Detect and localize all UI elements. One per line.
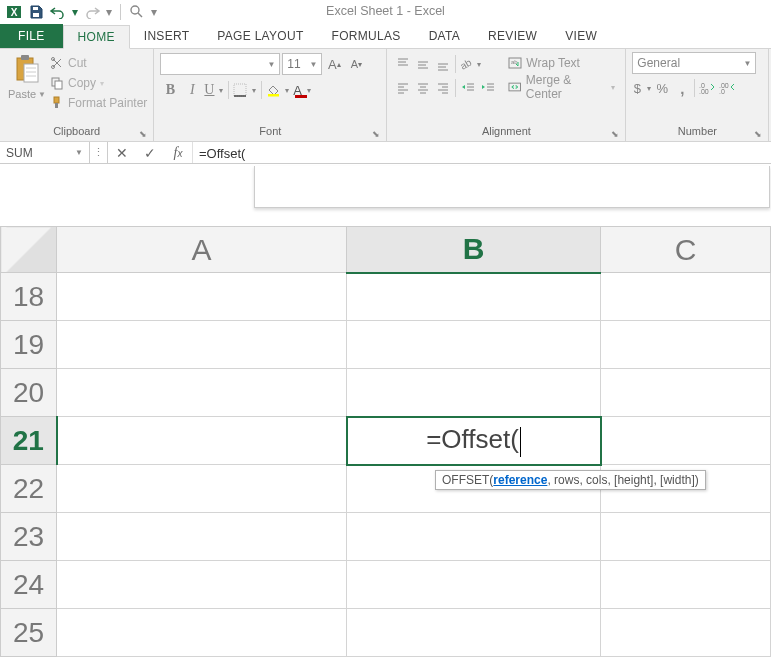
align-top-button[interactable]	[393, 53, 413, 75]
font-launcher-icon[interactable]: ⬊	[372, 129, 380, 139]
cell-B19[interactable]	[347, 321, 601, 369]
merge-center-button[interactable]: Merge & Center ▾	[504, 76, 619, 98]
increase-decimal-button[interactable]: .0.00	[697, 77, 717, 99]
grow-font-button[interactable]: A▴	[324, 53, 344, 75]
cell-B18[interactable]	[347, 273, 601, 321]
insert-function-button[interactable]: fx	[164, 142, 192, 164]
cell-A25[interactable]	[57, 609, 347, 657]
tab-view[interactable]: VIEW	[551, 24, 611, 48]
name-box[interactable]: SUM▼	[0, 142, 90, 163]
undo-caret-icon[interactable]: ▾	[70, 2, 80, 22]
cell-A18[interactable]	[57, 273, 347, 321]
cell-C25[interactable]	[601, 609, 771, 657]
underline-button[interactable]: U▾	[204, 79, 224, 101]
format-painter-button[interactable]: Format Painter	[50, 94, 147, 112]
font-size-combo[interactable]: 11▼	[282, 53, 322, 75]
tab-page-layout[interactable]: PAGE LAYOUT	[203, 24, 317, 48]
cell-A20[interactable]	[57, 369, 347, 417]
fill-color-button[interactable]: ▾	[266, 79, 290, 101]
cell-B24[interactable]	[347, 561, 601, 609]
cell-C20[interactable]	[601, 369, 771, 417]
align-right-button[interactable]	[433, 77, 453, 99]
svg-rect-3	[33, 13, 39, 17]
cell-C23[interactable]	[601, 513, 771, 561]
row-header-23[interactable]: 23	[1, 513, 57, 561]
accounting-format-button[interactable]: $▾	[632, 77, 652, 99]
undo-icon[interactable]	[48, 2, 68, 22]
merge-icon	[508, 80, 521, 94]
tab-insert[interactable]: INSERT	[130, 24, 204, 48]
cell-B21[interactable]: =Offset(	[347, 417, 601, 465]
cell-A24[interactable]	[57, 561, 347, 609]
col-header-A[interactable]: A	[57, 227, 347, 273]
align-left-button[interactable]	[393, 77, 413, 99]
font-color-button[interactable]: A ▾	[292, 79, 312, 101]
print-preview-icon[interactable]	[127, 2, 147, 22]
formula-autocomplete-panel	[254, 166, 770, 208]
paste-button[interactable]: Paste ▼	[6, 52, 48, 100]
wrap-text-button[interactable]: ab Wrap Text	[504, 52, 619, 74]
row-header-24[interactable]: 24	[1, 561, 57, 609]
row-header-19[interactable]: 19	[1, 321, 57, 369]
align-center-button[interactable]	[413, 77, 433, 99]
decrease-decimal-button[interactable]: .00.0	[717, 77, 737, 99]
shrink-font-button[interactable]: A▾	[346, 53, 366, 75]
clipboard-launcher-icon[interactable]: ⬊	[139, 129, 147, 139]
row-header-21[interactable]: 21	[1, 417, 57, 465]
number-format-combo[interactable]: General▼	[632, 52, 756, 74]
function-signature-tooltip[interactable]: OFFSET(reference, rows, cols, [height], …	[435, 470, 706, 490]
redo-icon[interactable]	[82, 2, 102, 22]
percent-button[interactable]: %	[652, 77, 672, 99]
border-button[interactable]: ▾	[233, 79, 257, 101]
align-center-icon	[416, 81, 430, 95]
cell-A22[interactable]	[57, 465, 347, 513]
orientation-button[interactable]: ab▾	[458, 53, 482, 75]
cell-A23[interactable]	[57, 513, 347, 561]
save-icon[interactable]	[26, 2, 46, 22]
copy-button[interactable]: Copy ▾	[50, 74, 147, 92]
formula-input[interactable]: =Offset(	[193, 142, 771, 164]
bold-button[interactable]: B	[160, 79, 180, 101]
redo-caret-icon[interactable]: ▾	[104, 2, 114, 22]
row-header-25[interactable]: 25	[1, 609, 57, 657]
increase-indent-button[interactable]	[478, 77, 498, 99]
tab-data[interactable]: DATA	[415, 24, 474, 48]
cell-C18[interactable]	[601, 273, 771, 321]
enter-formula-button[interactable]: ✓	[136, 142, 164, 164]
cut-button[interactable]: Cut	[50, 54, 147, 72]
col-header-B[interactable]: B	[347, 227, 601, 273]
cell-A21[interactable]	[57, 417, 347, 465]
cell-C24[interactable]	[601, 561, 771, 609]
cell-B20[interactable]	[347, 369, 601, 417]
alignment-launcher-icon[interactable]: ⬊	[611, 129, 619, 139]
row-header-18[interactable]: 18	[1, 273, 57, 321]
tab-file[interactable]: FILE	[0, 24, 63, 48]
align-left-icon	[396, 81, 410, 95]
cell-B25[interactable]	[347, 609, 601, 657]
decrease-indent-button[interactable]	[458, 77, 478, 99]
comma-button[interactable]: ,	[672, 77, 692, 99]
align-bottom-button[interactable]	[433, 53, 453, 75]
cell-A19[interactable]	[57, 321, 347, 369]
row-header-20[interactable]: 20	[1, 369, 57, 417]
tab-review[interactable]: REVIEW	[474, 24, 551, 48]
cancel-formula-button[interactable]: ✕	[108, 142, 136, 164]
tooltip-rest: , rows, cols, [height], [width])	[547, 473, 698, 487]
tooltip-arg-reference[interactable]: reference	[493, 473, 547, 487]
italic-button[interactable]: I	[182, 79, 202, 101]
tab-formulas[interactable]: FORMULAS	[318, 24, 415, 48]
namebox-resize-handle[interactable]: ⋮	[90, 142, 108, 163]
font-name-combo[interactable]: ▼	[160, 53, 280, 75]
excel-icon[interactable]: X	[4, 2, 24, 22]
row-header-22[interactable]: 22	[1, 465, 57, 513]
select-all-corner[interactable]	[1, 227, 57, 273]
number-launcher-icon[interactable]: ⬊	[754, 129, 762, 139]
tab-home[interactable]: HOME	[63, 25, 130, 49]
cell-C21[interactable]	[601, 417, 771, 465]
col-header-C[interactable]: C	[601, 227, 771, 273]
align-middle-button[interactable]	[413, 53, 433, 75]
spreadsheet-grid[interactable]: A B C 18 19 20 21=Offset( 22 23 24 25	[0, 226, 771, 665]
cell-B23[interactable]	[347, 513, 601, 561]
qat-customize-caret-icon[interactable]: ▾	[149, 2, 159, 22]
cell-C19[interactable]	[601, 321, 771, 369]
